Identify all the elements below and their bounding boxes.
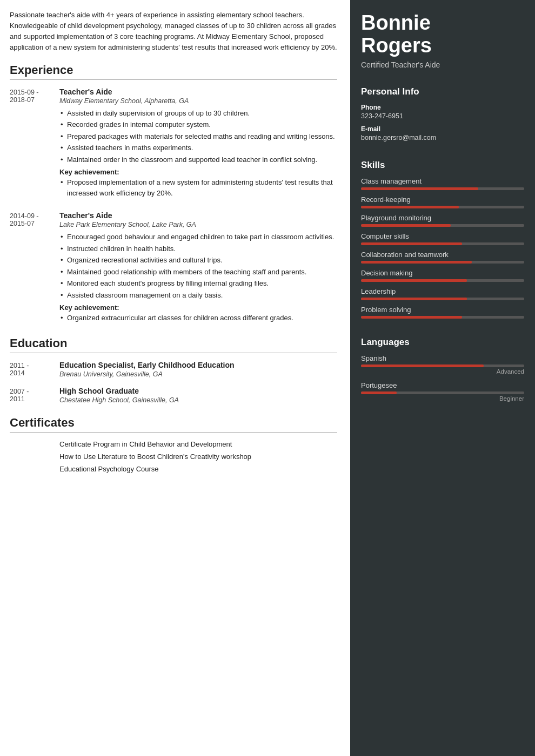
skills-title: Skills xyxy=(361,160,524,171)
experience-section: Experience 2015-09 - 2018-07Teacher's Ai… xyxy=(10,63,337,325)
profile-header: Bonnie Rogers Certified Teacher's Aide xyxy=(350,0,535,79)
experience-item: 2015-09 - 2018-07Teacher's AideMidway El… xyxy=(10,87,337,200)
exp-content: Teacher's AideLake Park Elementary Schoo… xyxy=(59,211,337,325)
skill-name: Computer skills xyxy=(361,232,524,240)
list-item: Maintained order in the classroom and su… xyxy=(59,154,337,165)
skill-name: Playground monitoring xyxy=(361,214,524,222)
skill-name: Leadership xyxy=(361,287,524,295)
list-item: Prepared packages with materials for sel… xyxy=(59,131,337,142)
skill-bar-bg xyxy=(361,224,524,227)
cert-row: Educational Psychology Course xyxy=(10,465,337,477)
exp-org: Lake Park Elementary School, Lake Park, … xyxy=(59,221,337,228)
skill-name: Class management xyxy=(361,177,524,185)
key-achievement-bullets: Organized extracurricular art classes fo… xyxy=(59,313,337,323)
cert-row: Certificate Program in Child Behavior an… xyxy=(10,440,337,453)
skill-bar-fill xyxy=(361,206,459,208)
exp-org: Midway Elementary School, Alpharetta, GA xyxy=(59,97,337,105)
language-item: SpanishAdvanced xyxy=(361,354,524,375)
skill-name: Decision making xyxy=(361,269,524,277)
list-item: Organized extracurricular art classes fo… xyxy=(59,313,337,323)
cert-spacer xyxy=(10,465,53,477)
certificates-title: Certificates xyxy=(10,416,337,433)
skill-name: Record-keeping xyxy=(361,195,524,204)
edu-org: Brenau University, Gainesville, GA xyxy=(59,370,337,378)
languages-title: Languages xyxy=(361,337,524,348)
list-item: Encouraged good behaviour and engaged ch… xyxy=(59,232,337,242)
list-item: Assisted in daily supervision of groups … xyxy=(59,108,337,119)
skill-item: Record-keeping xyxy=(361,195,524,208)
skill-item: Class management xyxy=(361,177,524,190)
key-achievement-label: Key achievement: xyxy=(59,303,337,312)
skills-section: Skills Class managementRecord-keepingPla… xyxy=(350,152,535,329)
skills-list: Class managementRecord-keepingPlayground… xyxy=(361,177,524,319)
personal-info-title: Personal Info xyxy=(361,86,524,97)
languages-list: SpanishAdvancedPortugeseeBeginner xyxy=(361,354,524,402)
lang-level: Advanced xyxy=(361,368,524,375)
skill-bar-bg xyxy=(361,279,524,282)
certificates-section: Certificates Certificate Program in Chil… xyxy=(10,416,337,477)
skill-bar-fill xyxy=(361,279,467,282)
edu-org: Chestatee High School, Gainesville, GA xyxy=(59,396,337,404)
skill-item: Leadership xyxy=(361,287,524,300)
cert-list: Certificate Program in Child Behavior an… xyxy=(10,440,337,477)
skill-bar-fill xyxy=(361,316,462,319)
experience-list: 2015-09 - 2018-07Teacher's AideMidway El… xyxy=(10,87,337,325)
skill-bar-fill xyxy=(361,261,472,264)
skill-bar-fill xyxy=(361,242,462,245)
list-item: Proposed implementation of a new system … xyxy=(59,177,337,198)
profile-title: Certified Teacher's Aide xyxy=(361,60,524,69)
list-item: Monitored each student's progress by fil… xyxy=(59,278,337,289)
exp-date: 2014-09 - 2015-07 xyxy=(10,211,53,325)
skill-bar-fill xyxy=(361,187,478,190)
list-item: Maintained good relationship with member… xyxy=(59,267,337,278)
right-column: Bonnie Rogers Certified Teacher's Aide P… xyxy=(350,0,535,756)
edu-degree-title: Education Specialist, Early Childhood Ed… xyxy=(59,361,337,369)
skill-bar-bg xyxy=(361,316,524,319)
personal-info-section: Personal Info Phone 323-247-6951 E-mail … xyxy=(350,79,535,152)
cert-item: Educational Psychology Course xyxy=(59,465,159,473)
list-item: Organized recreational activities and cu… xyxy=(59,255,337,266)
skill-bar-bg xyxy=(361,206,524,208)
education-item: 2007 - 2011High School GraduateChestatee… xyxy=(10,387,337,404)
skill-bar-bg xyxy=(361,261,524,264)
lang-name: Portugesee xyxy=(361,381,524,389)
skill-item: Problem solving xyxy=(361,306,524,319)
cert-item: Certificate Program in Child Behavior an… xyxy=(59,440,232,448)
summary-text: Passionate teacher's aide with 4+ years … xyxy=(10,10,337,53)
edu-content: Education Specialist, Early Childhood Ed… xyxy=(59,361,337,378)
phone-value: 323-247-6951 xyxy=(361,112,524,120)
lang-bar-bg xyxy=(361,364,524,367)
skill-bar-bg xyxy=(361,187,524,190)
profile-name: Bonnie Rogers xyxy=(361,12,524,57)
key-achievement-label: Key achievement: xyxy=(59,168,337,176)
skill-bar-fill xyxy=(361,224,451,227)
education-item: 2011 - 2014Education Specialist, Early C… xyxy=(10,361,337,378)
list-item: Instructed children in health habits. xyxy=(59,244,337,254)
email-value: bonnie.gersro@mail.com xyxy=(361,134,524,141)
education-section: Education 2011 - 2014Education Specialis… xyxy=(10,336,337,404)
education-list: 2011 - 2014Education Specialist, Early C… xyxy=(10,361,337,404)
skill-name: Problem solving xyxy=(361,306,524,314)
exp-bullets: Assisted in daily supervision of groups … xyxy=(59,108,337,165)
cert-item: How to Use Literature to Boost Children'… xyxy=(59,453,251,461)
cert-row: How to Use Literature to Boost Children'… xyxy=(10,453,337,465)
list-item: Assisted teachers in maths experiments. xyxy=(59,143,337,153)
list-item: Assisted classroom management on a daily… xyxy=(59,290,337,301)
lang-name: Spanish xyxy=(361,354,524,362)
email-label: E-mail xyxy=(361,125,524,133)
exp-date: 2015-09 - 2018-07 xyxy=(10,87,53,200)
key-achievement-bullets: Proposed implementation of a new system … xyxy=(59,177,337,198)
language-item: PortugeseeBeginner xyxy=(361,381,524,402)
experience-item: 2014-09 - 2015-07Teacher's AideLake Park… xyxy=(10,211,337,325)
edu-content: High School GraduateChestatee High Schoo… xyxy=(59,387,337,404)
exp-job-title: Teacher's Aide xyxy=(59,211,337,220)
cert-spacer xyxy=(10,440,53,453)
languages-section: Languages SpanishAdvancedPortugeseeBegin… xyxy=(350,329,535,414)
experience-title: Experience xyxy=(10,63,337,80)
list-item: Recorded grades in internal computer sys… xyxy=(59,119,337,130)
edu-date: 2007 - 2011 xyxy=(10,387,53,404)
phone-label: Phone xyxy=(361,104,524,111)
skill-bar-bg xyxy=(361,298,524,300)
lang-level: Beginner xyxy=(361,395,524,402)
lang-bar-fill xyxy=(361,364,484,367)
